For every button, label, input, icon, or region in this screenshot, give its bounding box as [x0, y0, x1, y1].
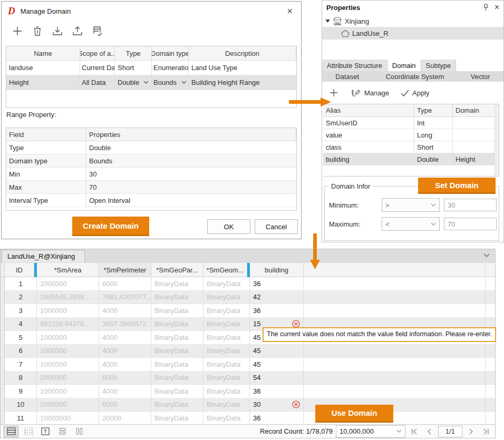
cell-building[interactable]: 36 — [250, 304, 304, 318]
domain-row-landuse[interactable]: landuse Current Data Short Enumeration L… — [6, 61, 296, 75]
minimum-value-input[interactable] — [444, 199, 497, 211]
tree-node-dataset[interactable]: LandUse_R — [322, 27, 503, 40]
cell-smgeom[interactable]: BinaryData — [203, 398, 250, 412]
cell-smgeom[interactable]: BinaryData — [203, 277, 250, 291]
cell-smgeopar[interactable]: BinaryData — [151, 277, 203, 291]
export-domain-icon[interactable] — [71, 25, 84, 37]
delete-domain-icon[interactable] — [31, 25, 44, 37]
header-name[interactable]: Name — [6, 46, 80, 60]
cell-smarea[interactable]: 952258.94378... — [37, 317, 99, 331]
cell-smarea[interactable]: 2000000 — [37, 277, 99, 291]
cell-id[interactable]: 11 — [5, 412, 37, 425]
cell-id[interactable]: 10 — [5, 398, 37, 412]
caret-down-icon[interactable] — [325, 19, 330, 23]
cell-smperimeter[interactable]: 4000 — [99, 331, 151, 345]
tab-list-chevron-icon[interactable] — [483, 253, 490, 258]
cell-smperimeter[interactable]: 6000 — [99, 398, 151, 412]
table-row[interactable]: 10 2000000 6000 BinaryData BinaryData 30 — [1, 398, 495, 412]
cell-id[interactable]: 9 — [5, 385, 37, 398]
cell-smarea[interactable]: 10000000 — [37, 412, 99, 425]
pin-icon[interactable] — [482, 4, 489, 11]
minimum-operator-select[interactable]: > — [382, 198, 440, 212]
maximum-value-input[interactable] — [444, 218, 497, 230]
tab-vector[interactable]: Vector — [471, 73, 490, 81]
cell-smgeopar[interactable]: BinaryData — [151, 290, 203, 304]
cancel-button[interactable]: Cancel — [255, 219, 298, 234]
table-row[interactable]: 7 1000000 4000 BinaryData BinaryData 45 — [1, 358, 495, 371]
cell-building[interactable]: 45 — [250, 358, 304, 371]
cell-smperimeter[interactable]: 3857.3665572... — [99, 317, 151, 331]
cell-domain-type-dropdown[interactable]: Bounds — [152, 75, 189, 90]
page-size-select[interactable]: 10,000,000 — [336, 425, 405, 438]
cell-id[interactable]: 7 — [5, 358, 37, 371]
cell-smgeom[interactable]: BinaryData — [203, 358, 250, 371]
last-page-button[interactable] — [480, 426, 492, 437]
table-row[interactable]: 6 1000000 4000 BinaryData BinaryData 45 — [1, 344, 495, 358]
header-domain-type[interactable]: Domain type — [152, 46, 189, 60]
field-row[interactable]: SmUserID Int — [323, 117, 499, 129]
cell-smarea[interactable]: 1000000 — [37, 385, 99, 398]
cell-smarea[interactable]: 1000000 — [37, 304, 99, 318]
text-mode-icon[interactable] — [38, 426, 52, 437]
cell-id[interactable]: 2 — [5, 290, 37, 304]
cell-smarea[interactable]: 2845545.2958... — [37, 290, 99, 304]
table-row[interactable]: 8 2000000 6000 BinaryData BinaryData 54 — [1, 371, 495, 385]
cell-smgeopar[interactable]: BinaryData — [151, 398, 203, 412]
apply-button[interactable]: Apply — [401, 89, 430, 97]
cell-smgeom[interactable]: BinaryData — [203, 304, 250, 318]
header-id[interactable]: ID — [5, 263, 34, 277]
field-row[interactable]: value Long — [323, 129, 499, 141]
header-scope[interactable]: Scope of a... — [80, 46, 115, 60]
close-icon[interactable]: × — [285, 6, 295, 17]
cell-smperimeter[interactable]: 4000 — [99, 385, 151, 398]
cell-smgeom[interactable]: BinaryData — [203, 344, 250, 358]
tab-dataset[interactable]: Dataset — [335, 73, 359, 81]
property-row[interactable]: Type Double — [6, 141, 296, 154]
cell-building[interactable]: 45 — [250, 344, 304, 358]
cell-smperimeter[interactable]: 6000 — [99, 371, 151, 385]
cell-smgeopar[interactable]: BinaryData — [151, 331, 203, 345]
cell-smarea[interactable]: 2000000 — [37, 398, 99, 412]
header-smgeopar[interactable]: *SmGeoPar... — [151, 263, 203, 277]
cell-building[interactable]: 36 — [250, 412, 304, 425]
field-row[interactable]: class Short — [323, 141, 499, 153]
close-icon[interactable]: × — [495, 3, 499, 12]
maximum-operator-select[interactable]: < — [382, 217, 440, 231]
add-domain-icon[interactable] — [11, 25, 24, 37]
property-row[interactable]: Domain type Bounds — [6, 154, 296, 168]
table-row[interactable]: 2 2845545.2958... 7681.4207077... Binary… — [1, 290, 495, 304]
cell-building[interactable]: 36 — [250, 277, 304, 291]
header-building[interactable]: building — [250, 263, 304, 277]
cell-smperimeter[interactable]: 20000 — [99, 412, 151, 425]
tab-attribute-structure[interactable]: Attribute Structure — [322, 60, 387, 71]
table-row[interactable]: 11 10000000 20000 BinaryData BinaryData … — [1, 412, 495, 425]
browse-mode-icon[interactable] — [4, 426, 18, 437]
header-type[interactable]: Type — [115, 46, 152, 60]
cell-id[interactable]: 1 — [5, 277, 37, 291]
cell-smperimeter[interactable]: 4000 — [99, 304, 151, 318]
cell-building[interactable]: 36 — [250, 385, 304, 398]
cell-smgeopar[interactable]: BinaryData — [151, 385, 203, 398]
cell-smgeom[interactable]: BinaryData — [203, 385, 250, 398]
table-row[interactable]: 9 1000000 4000 BinaryData BinaryData 36 — [1, 385, 495, 398]
first-page-button[interactable] — [409, 426, 420, 437]
page-indicator[interactable]: 1/1 — [438, 426, 462, 437]
cell-smgeom[interactable]: BinaryData — [203, 371, 250, 385]
cell-smgeom[interactable]: BinaryData — [203, 412, 250, 425]
cell-smperimeter[interactable]: 6000 — [99, 277, 151, 291]
table-tab[interactable]: LandUse_R@Xinjiang — [2, 250, 85, 262]
cell-id[interactable]: 4 — [5, 317, 37, 331]
table-row[interactable]: 3 1000000 4000 BinaryData BinaryData 36 — [1, 304, 495, 318]
cell-smgeopar[interactable]: BinaryData — [151, 412, 203, 425]
previous-page-button[interactable] — [423, 426, 435, 437]
split-horizontal-icon[interactable] — [55, 426, 69, 437]
cell-building[interactable]: 54 — [250, 371, 304, 385]
cell-smarea[interactable]: 2000000 — [37, 371, 99, 385]
import-domain-icon[interactable] — [51, 25, 64, 37]
ok-button[interactable]: OK — [207, 219, 250, 234]
cell-smgeom[interactable]: BinaryData — [203, 290, 250, 304]
domain-row-height[interactable]: Height All Data Double Bounds Building H… — [6, 75, 296, 90]
property-row[interactable]: Min 30 — [6, 168, 296, 181]
cell-smperimeter[interactable]: 4000 — [99, 344, 151, 358]
table-row[interactable]: 1 2000000 6000 BinaryData BinaryData 36 — [1, 277, 495, 291]
